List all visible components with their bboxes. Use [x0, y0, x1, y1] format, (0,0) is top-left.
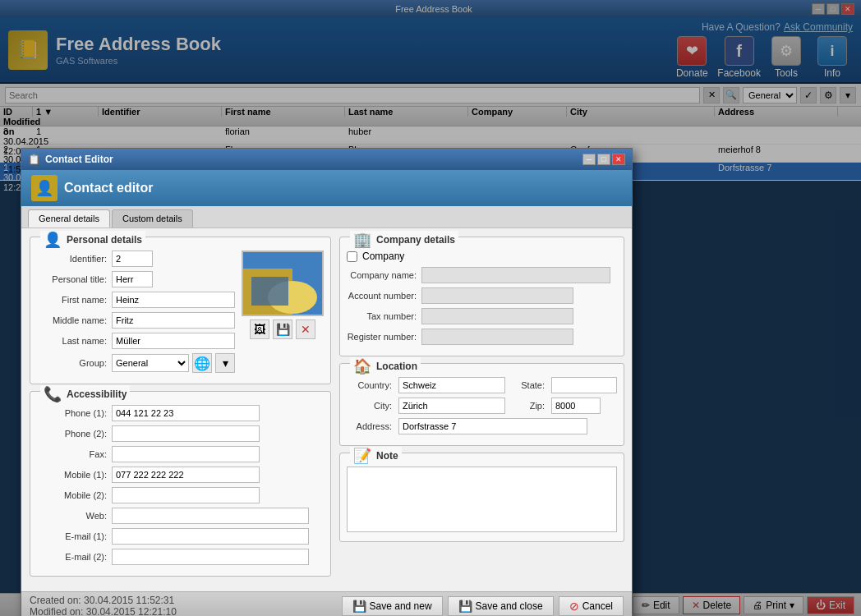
dialog-footer-buttons: 💾 Save and new 💾 Save and close ⊘ Cancel: [342, 596, 624, 616]
email1-label: E-mail (1):: [37, 531, 107, 541]
dialog-minimize-button[interactable]: ─: [582, 154, 596, 165]
photo-load-button[interactable]: 🖼: [250, 319, 269, 339]
photo-actions: 🖼 💾 ✕: [250, 319, 315, 339]
dialog-title: Contact Editor: [45, 154, 113, 165]
tab-custom-details[interactable]: Custom details: [112, 209, 193, 228]
group-label: Group:: [37, 358, 107, 368]
register-number-row: Register number:: [347, 329, 617, 345]
mobile1-input[interactable]: [112, 467, 260, 483]
zip-label: Zip:: [512, 401, 545, 411]
note-section-content: [347, 467, 617, 535]
accessibility-section: 📞 Accessibility Phone (1): Phone (2):: [30, 391, 331, 577]
account-number-input[interactable]: [421, 287, 573, 304]
group-icon-btn[interactable]: 🌐: [192, 353, 212, 373]
account-number-row: Account number:: [347, 287, 617, 304]
personal-icon: 👤: [44, 231, 62, 249]
photo-delete-button[interactable]: ✕: [296, 319, 315, 339]
dialog-controls: ─ □ ✕: [582, 154, 625, 165]
cancel-label: Cancel: [582, 600, 613, 612]
tax-number-label: Tax number:: [347, 311, 417, 321]
identifier-label: Identifier:: [37, 254, 107, 264]
account-number-label: Account number:: [347, 291, 417, 301]
fax-input[interactable]: [112, 446, 260, 462]
dialog-close-button[interactable]: ✕: [612, 154, 625, 165]
identifier-input[interactable]: [112, 251, 153, 267]
phone2-input[interactable]: [112, 425, 260, 442]
lastname-input[interactable]: [112, 333, 235, 349]
dialog-left-column: 👤 Personal details Identifier:: [30, 237, 331, 583]
personal-section-content: Identifier: Personal title: First name:: [37, 251, 324, 377]
register-number-label: Register number:: [347, 332, 417, 342]
mobile1-label: Mobile (1):: [37, 470, 107, 480]
company-checkbox[interactable]: [347, 251, 357, 262]
dialog-tabs: General details Custom details: [21, 206, 632, 228]
cancel-icon: ⊘: [569, 600, 579, 613]
contact-editor-dialog: 📋 Contact Editor ─ □ ✕ 👤 Contact editor …: [21, 148, 633, 616]
personal-title-row: Personal title:: [37, 271, 235, 287]
group-dropdown[interactable]: General: [112, 354, 189, 372]
company-name-input[interactable]: [421, 267, 610, 283]
email1-input[interactable]: [112, 528, 309, 545]
location-section-title: 🏠 Location: [350, 357, 421, 375]
dialog-maximize-button[interactable]: □: [597, 154, 610, 165]
location-section: 🏠 Location Country: State: City:: [339, 363, 624, 446]
save-and-new-button[interactable]: 💾 Save and new: [342, 596, 443, 616]
note-section-title: 📝 Note: [350, 447, 402, 465]
created-on-row: Created on: 30.04.2015 11:52:31: [30, 595, 177, 606]
city-label: City:: [347, 401, 392, 411]
group-dropdown-arrow[interactable]: ▾: [215, 353, 235, 373]
location-section-content: Country: State: City: Zip: Addre: [347, 377, 617, 434]
address-input[interactable]: [398, 418, 587, 434]
phone2-row: Phone (2):: [37, 425, 324, 442]
company-icon: 🏢: [353, 231, 371, 249]
cancel-button[interactable]: ⊘ Cancel: [559, 596, 624, 616]
save-new-icon: 💾: [352, 600, 366, 613]
web-label: Web:: [37, 511, 107, 521]
email2-label: E-mail (2):: [37, 552, 107, 562]
email1-row: E-mail (1):: [37, 528, 324, 545]
note-textarea[interactable]: [347, 467, 617, 532]
email2-row: E-mail (2):: [37, 549, 324, 565]
personal-details-section: 👤 Personal details Identifier:: [30, 237, 331, 384]
modified-on-row: Modified on: 30.04.2015 12:21:10: [30, 606, 177, 617]
note-icon: 📝: [353, 447, 371, 465]
register-number-input[interactable]: [421, 329, 573, 345]
personal-title-input[interactable]: [112, 271, 153, 287]
contact-photo-svg: [243, 252, 324, 316]
created-value: 30.04.2015 11:52:31: [84, 595, 174, 606]
tax-number-input[interactable]: [421, 308, 573, 324]
web-row: Web:: [37, 508, 324, 524]
middlename-row: Middle name:: [37, 312, 235, 329]
note-section: 📝 Note: [339, 453, 624, 542]
email2-input[interactable]: [112, 549, 309, 565]
firstname-input[interactable]: [112, 292, 235, 308]
photo-save-button[interactable]: 💾: [273, 319, 292, 339]
phone1-label: Phone (1):: [37, 408, 107, 418]
save-and-close-button[interactable]: 💾 Save and close: [448, 596, 554, 616]
dialog-right-column: 🏢 Company details Company Company name:: [339, 237, 624, 583]
mobile2-row: Mobile (2):: [37, 487, 324, 503]
middlename-input[interactable]: [112, 312, 235, 329]
svg-rect-3: [251, 277, 288, 306]
location-icon: 🏠: [353, 357, 371, 375]
mobile1-row: Mobile (1):: [37, 467, 324, 483]
phone1-input[interactable]: [112, 405, 260, 421]
mobile2-input[interactable]: [112, 487, 260, 503]
save-close-label: Save and close: [476, 600, 543, 612]
country-input[interactable]: [398, 377, 505, 393]
address-row: Address:: [347, 418, 617, 434]
middlename-label: Middle name:: [37, 315, 107, 325]
fax-row: Fax:: [37, 446, 324, 462]
zip-input[interactable]: [551, 398, 601, 414]
state-input[interactable]: [551, 377, 617, 393]
tab-general-details[interactable]: General details: [28, 209, 110, 228]
company-name-label: Company name:: [347, 270, 417, 280]
personal-section-title: 👤 Personal details: [40, 231, 145, 249]
company-name-row: Company name:: [347, 267, 617, 283]
personal-form-fields: Identifier: Personal title: First name:: [37, 251, 235, 377]
dialog-title-bar: 📋 Contact Editor ─ □ ✕: [21, 149, 632, 170]
city-input[interactable]: [398, 398, 505, 414]
modified-label: Modified on:: [30, 606, 83, 617]
web-input[interactable]: [112, 508, 309, 524]
state-label: State:: [512, 380, 545, 390]
